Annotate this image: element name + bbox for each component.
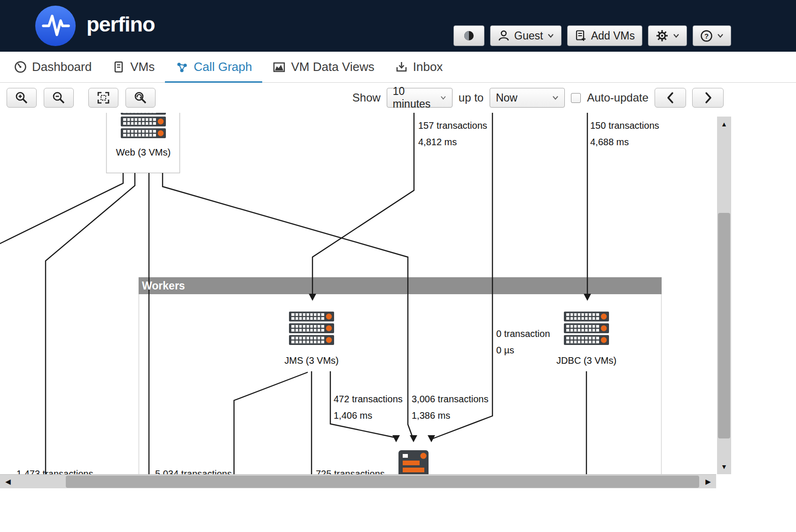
history-back-button[interactable] — [655, 88, 686, 108]
tab-label: Call Graph — [194, 60, 252, 74]
top-bar: perfino Guest — [0, 0, 796, 52]
jms-node-icon[interactable] — [289, 312, 334, 345]
web-node-icon[interactable] — [121, 113, 166, 138]
call-graph-icon — [175, 61, 188, 74]
chevron-down-icon — [673, 33, 679, 38]
database-node-icon[interactable] — [398, 450, 429, 475]
workers-group-label: Workers — [142, 278, 185, 294]
topbar-actions: Guest Add VMs — [453, 25, 731, 46]
edge-transactions: 150 transactions — [590, 117, 659, 134]
tab-label: VMs — [130, 60, 155, 74]
web-node-label[interactable]: Web (3 VMs) — [116, 147, 171, 158]
dashboard-icon — [14, 61, 27, 73]
vertical-scrollbar[interactable]: ▲ ▼ — [717, 117, 731, 474]
user-icon — [498, 30, 510, 42]
upto-label: up to — [459, 91, 484, 104]
add-vm-icon — [575, 30, 587, 42]
settings-menu-button[interactable] — [648, 25, 687, 46]
edge-time: 1,406 ms — [334, 407, 403, 424]
fit-to-view-button[interactable] — [88, 88, 118, 108]
zoom-out-button[interactable] — [44, 88, 74, 108]
vms-icon — [112, 61, 125, 73]
tab-inbox[interactable]: Inbox — [385, 52, 453, 82]
graph-toolbar: Show 10 minutes up to Now Auto-update — [0, 83, 796, 113]
chevron-down-icon — [717, 33, 724, 38]
brand-title: perfino — [86, 12, 155, 37]
jms-node-label[interactable]: JMS (3 VMs) — [284, 355, 339, 366]
gear-icon — [656, 29, 669, 42]
horizontal-scrollbar-thumb[interactable] — [66, 476, 699, 488]
auto-update-checkbox[interactable] — [571, 93, 581, 103]
data-views-icon — [273, 61, 286, 74]
jdbc-node-label[interactable]: JDBC (3 VMs) — [556, 355, 617, 366]
main-nav: Dashboard VMs Call Graph VM Data Views — [0, 52, 796, 83]
tab-label: Dashboard — [32, 60, 92, 74]
tab-label: Inbox — [413, 60, 443, 74]
scroll-left-arrow[interactable]: ◀ — [0, 475, 16, 489]
edge-time: 1,386 ms — [412, 407, 488, 424]
fit-view-icon — [96, 91, 110, 105]
zoom-in-icon — [15, 91, 29, 105]
reset-zoom-button[interactable] — [125, 88, 156, 108]
perfino-logo-icon — [35, 5, 76, 47]
horizontal-scrollbar[interactable]: ◀ ▶ — [0, 474, 716, 488]
edge-transactions: 157 transactions — [418, 117, 487, 134]
upto-value: Now — [496, 92, 517, 104]
add-vms-button[interactable]: Add VMs — [567, 25, 642, 46]
chevron-down-icon — [547, 33, 554, 38]
chevron-right-icon — [703, 92, 713, 104]
edge-transactions: 3,006 transactions — [412, 391, 488, 407]
edge-label-web-db: 3,006 transactions 1,386 ms — [412, 391, 488, 424]
scroll-down-arrow[interactable]: ▼ — [717, 459, 731, 474]
tab-vm-data-views[interactable]: VM Data Views — [262, 52, 384, 82]
show-label: Show — [352, 91, 381, 104]
vertical-scrollbar-thumb[interactable] — [718, 213, 730, 438]
chevron-down-icon — [440, 95, 446, 100]
edge-label-web-jms: 157 transactions 4,812 ms — [418, 117, 487, 150]
edge-label-jms-jdbc: 0 transaction 0 µs — [496, 326, 550, 359]
edge-label-web-jdbc: 150 transactions 4,688 ms — [590, 117, 659, 150]
scroll-right-arrow[interactable]: ▶ — [700, 475, 716, 489]
edge-time: 4,688 ms — [590, 134, 659, 150]
guest-menu-button[interactable]: Guest — [490, 25, 561, 46]
time-range-select[interactable]: 10 minutes — [387, 88, 453, 108]
auto-update-label: Auto-update — [587, 91, 648, 104]
tab-label: VM Data Views — [291, 60, 374, 74]
tab-vms[interactable]: VMs — [102, 52, 165, 82]
help-icon: ? — [700, 30, 713, 42]
history-forward-button[interactable] — [692, 88, 724, 108]
tab-dashboard[interactable]: Dashboard — [4, 52, 102, 82]
zoom-out-icon — [52, 91, 66, 105]
dark-mode-icon — [463, 30, 475, 42]
call-graph-canvas[interactable]: Workers Web (3 VMs) JMS (3 VMs) JDBC (3 … — [0, 113, 716, 475]
help-menu-button[interactable]: ? — [693, 25, 731, 46]
inbox-icon — [395, 61, 408, 73]
edge-transactions: 0 transaction — [496, 326, 550, 342]
reset-zoom-icon — [133, 91, 148, 105]
jdbc-node-icon[interactable] — [564, 312, 609, 345]
workers-group — [139, 277, 662, 475]
edge-time: 0 µs — [496, 342, 550, 359]
add-vms-label: Add VMs — [591, 30, 635, 42]
time-range-controls: Show 10 minutes up to Now Auto-update — [352, 88, 796, 108]
edge-time: 4,812 ms — [418, 134, 487, 150]
upto-select[interactable]: Now — [490, 88, 565, 108]
scroll-up-arrow[interactable]: ▲ — [717, 117, 731, 132]
chevron-left-icon — [666, 92, 675, 104]
theme-toggle-button[interactable] — [453, 25, 484, 46]
zoom-in-button[interactable] — [7, 88, 37, 108]
guest-label: Guest — [514, 30, 543, 42]
tab-call-graph[interactable]: Call Graph — [165, 52, 262, 82]
chevron-down-icon — [552, 95, 559, 100]
time-range-value: 10 minutes — [393, 85, 440, 110]
edge-label-jms-db: 472 transactions 1,406 ms — [334, 391, 403, 424]
svg-text:?: ? — [704, 32, 709, 40]
edge-transactions: 472 transactions — [334, 391, 403, 407]
